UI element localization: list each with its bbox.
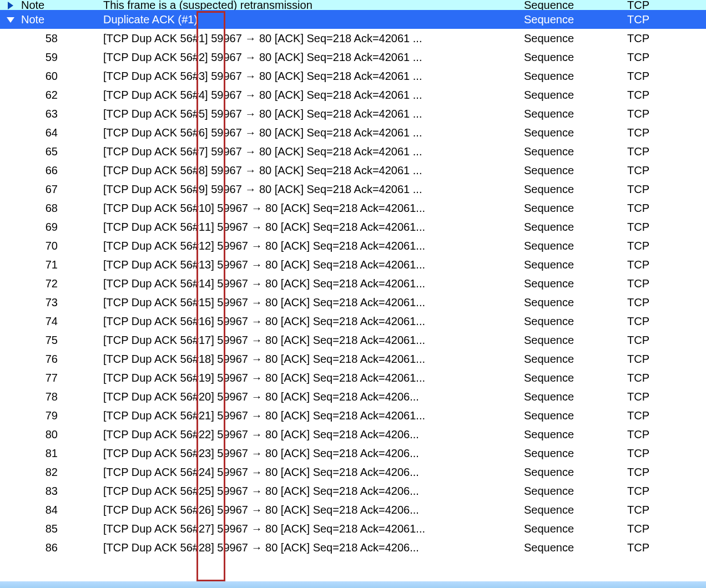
seq-label: Sequence — [521, 0, 627, 10]
packet-number: 62 — [0, 89, 103, 102]
packet-row[interactable]: 70[TCP Dup ACK 56#12] 59967 → 80 [ACK] S… — [0, 236, 706, 255]
packet-row[interactable]: 74[TCP Dup ACK 56#16] 59967 → 80 [ACK] S… — [0, 312, 706, 331]
packet-row[interactable]: 63[TCP Dup ACK 56#5] 59967 → 80 [ACK] Se… — [0, 104, 706, 123]
packet-protocol: TCP — [627, 51, 706, 64]
packet-row[interactable]: 69[TCP Dup ACK 56#11] 59967 → 80 [ACK] S… — [0, 217, 706, 236]
packet-sequence-label: Sequence — [521, 447, 627, 460]
packet-sequence-label: Sequence — [521, 466, 627, 479]
packet-row[interactable]: 85[TCP Dup ACK 56#27] 59967 → 80 [ACK] S… — [0, 519, 706, 538]
packet-info: [TCP Dup ACK 56#20] 59967 → 80 [ACK] Seq… — [103, 391, 521, 403]
packet-sequence-label: Sequence — [521, 523, 627, 535]
packet-number: 77 — [0, 372, 103, 384]
packet-row[interactable]: 60[TCP Dup ACK 56#3] 59967 → 80 [ACK] Se… — [0, 67, 706, 85]
packet-row[interactable]: 58[TCP Dup ACK 56#1] 59967 → 80 [ACK] Se… — [0, 29, 706, 48]
packet-info: [TCP Dup ACK 56#18] 59967 → 80 [ACK] Seq… — [103, 353, 521, 366]
packet-row[interactable]: 64[TCP Dup ACK 56#6] 59967 → 80 [ACK] Se… — [0, 123, 706, 142]
packet-protocol: TCP — [627, 428, 706, 441]
packet-row[interactable]: 75[TCP Dup ACK 56#17] 59967 → 80 [ACK] S… — [0, 331, 706, 349]
packet-sequence-label: Sequence — [521, 240, 627, 252]
packet-number: 75 — [0, 334, 103, 347]
packet-protocol: TCP — [627, 240, 706, 252]
packet-row[interactable]: 62[TCP Dup ACK 56#4] 59967 → 80 [ACK] Se… — [0, 85, 706, 104]
packet-row[interactable]: 59[TCP Dup ACK 56#2] 59967 → 80 [ACK] Se… — [0, 48, 706, 67]
packet-number: 67 — [0, 183, 103, 196]
packet-info: [TCP Dup ACK 56#19] 59967 → 80 [ACK] Seq… — [103, 372, 521, 384]
packet-sequence-label: Sequence — [521, 164, 627, 177]
proto-label: TCP — [627, 0, 706, 10]
packet-row[interactable]: 82[TCP Dup ACK 56#24] 59967 → 80 [ACK] S… — [0, 463, 706, 481]
packet-row[interactable]: 83[TCP Dup ACK 56#25] 59967 → 80 [ACK] S… — [0, 481, 706, 500]
packet-sequence-label: Sequence — [521, 372, 627, 384]
packet-row[interactable]: 67[TCP Dup ACK 56#9] 59967 → 80 [ACK] Se… — [0, 180, 706, 199]
packet-row[interactable]: 71[TCP Dup ACK 56#13] 59967 → 80 [ACK] S… — [0, 255, 706, 274]
packet-row[interactable]: 72[TCP Dup ACK 56#14] 59967 → 80 [ACK] S… — [0, 274, 706, 293]
packet-number: 80 — [0, 428, 103, 441]
packet-info: [TCP Dup ACK 56#10] 59967 → 80 [ACK] Seq… — [103, 202, 521, 215]
packet-number: 84 — [0, 504, 103, 516]
packet-protocol: TCP — [627, 409, 706, 422]
proto-label: TCP — [627, 13, 706, 26]
packet-number: 60 — [0, 70, 103, 83]
packet-sequence-label: Sequence — [521, 183, 627, 196]
packet-sequence-label: Sequence — [521, 428, 627, 441]
collapse-icon[interactable] — [0, 14, 21, 24]
packet-number: 72 — [0, 277, 103, 290]
packet-info: [TCP Dup ACK 56#22] 59967 → 80 [ACK] Seq… — [103, 428, 521, 441]
bottom-separator — [0, 581, 706, 588]
packet-row[interactable]: 66[TCP Dup ACK 56#8] 59967 → 80 [ACK] Se… — [0, 161, 706, 180]
group-row-retransmission[interactable]: Note This frame is a (suspected) retrans… — [0, 0, 706, 10]
packet-info: [TCP Dup ACK 56#9] 59967 → 80 [ACK] Seq=… — [103, 183, 521, 196]
packet-number: 83 — [0, 485, 103, 498]
packet-row[interactable]: 76[TCP Dup ACK 56#18] 59967 → 80 [ACK] S… — [0, 349, 706, 368]
packet-row[interactable]: 65[TCP Dup ACK 56#7] 59967 → 80 [ACK] Se… — [0, 142, 706, 161]
packet-info: [TCP Dup ACK 56#11] 59967 → 80 [ACK] Seq… — [103, 221, 521, 234]
packet-protocol: TCP — [627, 315, 706, 328]
packet-info: [TCP Dup ACK 56#8] 59967 → 80 [ACK] Seq=… — [103, 164, 521, 177]
packet-row[interactable]: 77[TCP Dup ACK 56#19] 59967 → 80 [ACK] S… — [0, 368, 706, 387]
packet-row[interactable]: 86[TCP Dup ACK 56#28] 59967 → 80 [ACK] S… — [0, 538, 706, 557]
packet-info: [TCP Dup ACK 56#26] 59967 → 80 [ACK] Seq… — [103, 504, 521, 516]
packet-sequence-label: Sequence — [521, 89, 627, 102]
packet-row[interactable]: 68[TCP Dup ACK 56#10] 59967 → 80 [ACK] S… — [0, 199, 706, 217]
packet-row[interactable]: 80[TCP Dup ACK 56#22] 59967 → 80 [ACK] S… — [0, 425, 706, 444]
packet-info: [TCP Dup ACK 56#27] 59967 → 80 [ACK] Seq… — [103, 523, 521, 535]
expand-icon[interactable] — [0, 0, 21, 10]
packet-sequence-label: Sequence — [521, 409, 627, 422]
packet-number: 78 — [0, 391, 103, 403]
packet-number: 86 — [0, 541, 103, 554]
packet-protocol: TCP — [627, 391, 706, 403]
group-row-duplicate-ack[interactable]: Note Duplicate ACK (#1) Sequence TCP — [0, 10, 706, 29]
packet-sequence-label: Sequence — [521, 541, 627, 554]
packet-row[interactable]: 81[TCP Dup ACK 56#23] 59967 → 80 [ACK] S… — [0, 444, 706, 463]
packet-number: 79 — [0, 409, 103, 422]
packet-row[interactable]: 78[TCP Dup ACK 56#20] 59967 → 80 [ACK] S… — [0, 387, 706, 406]
packet-protocol: TCP — [627, 258, 706, 271]
packet-info: [TCP Dup ACK 56#7] 59967 → 80 [ACK] Seq=… — [103, 145, 521, 158]
packet-sequence-label: Sequence — [521, 258, 627, 271]
packet-sequence-label: Sequence — [521, 334, 627, 347]
packet-protocol: TCP — [627, 70, 706, 83]
packet-row[interactable]: 79[TCP Dup ACK 56#21] 59967 → 80 [ACK] S… — [0, 406, 706, 425]
packet-sequence-label: Sequence — [521, 108, 627, 120]
packet-sequence-label: Sequence — [521, 296, 627, 309]
packet-row[interactable]: 84[TCP Dup ACK 56#26] 59967 → 80 [ACK] S… — [0, 500, 706, 519]
group-info: This frame is a (suspected) retransmissi… — [103, 0, 521, 10]
packet-protocol: TCP — [627, 277, 706, 290]
packet-number: 85 — [0, 523, 103, 535]
packet-protocol: TCP — [627, 466, 706, 479]
packet-row[interactable]: 73[TCP Dup ACK 56#15] 59967 → 80 [ACK] S… — [0, 293, 706, 312]
packet-sequence-label: Sequence — [521, 315, 627, 328]
packet-protocol: TCP — [627, 541, 706, 554]
packet-info: [TCP Dup ACK 56#28] 59967 → 80 [ACK] Seq… — [103, 541, 521, 554]
packet-protocol: TCP — [627, 108, 706, 120]
packet-sequence-label: Sequence — [521, 202, 627, 215]
packet-protocol: TCP — [627, 334, 706, 347]
packet-protocol: TCP — [627, 145, 706, 158]
packet-number: 82 — [0, 466, 103, 479]
packet-sequence-label: Sequence — [521, 277, 627, 290]
packet-sequence-label: Sequence — [521, 145, 627, 158]
packet-protocol: TCP — [627, 447, 706, 460]
packet-protocol: TCP — [627, 523, 706, 535]
packet-info: [TCP Dup ACK 56#1] 59967 → 80 [ACK] Seq=… — [103, 32, 521, 45]
packet-protocol: TCP — [627, 353, 706, 366]
